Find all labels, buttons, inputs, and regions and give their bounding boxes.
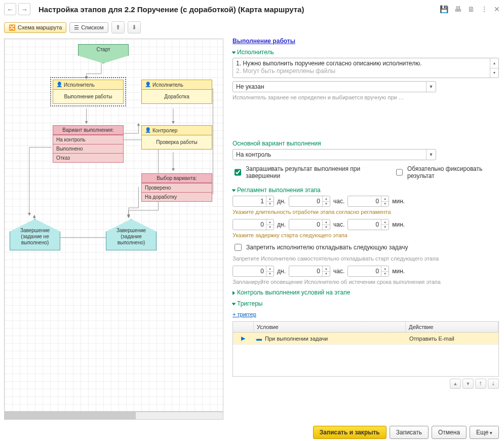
table-row[interactable]: ▶ ▬При выполнении задачи Отправить E-mai… (233, 333, 498, 345)
description-field[interactable]: 1. Нужно выполнить поручение согласно оп… (232, 58, 499, 78)
col-condition: Условие (254, 322, 406, 332)
row-down-button[interactable]: ▼ (462, 379, 474, 389)
row-top-button[interactable]: ⤒ (475, 379, 486, 389)
more-button[interactable]: Еще (470, 426, 499, 439)
report-icon[interactable]: 🗎 (468, 5, 475, 13)
checkbox-ask-result[interactable]: Запрашивать результат выполнения при зав… (232, 165, 379, 179)
node-condition-2[interactable]: Выбор варианта: Проверено На доработку (141, 173, 212, 202)
notify-days[interactable]: 0▲▼ (232, 266, 274, 277)
executor-select[interactable]: Не указан ▼ (232, 81, 436, 92)
header: ← → Настройка этапов для 2.2 Поручение (… (0, 0, 504, 18)
user-icon: 👤 (56, 82, 62, 88)
chevron-down-icon[interactable]: ▼ (426, 82, 436, 92)
add-trigger-link[interactable]: + триггер (232, 311, 256, 317)
delay-min[interactable]: 0▲▼ (347, 219, 389, 230)
save-close-button[interactable]: Записать и закрыть (313, 426, 386, 439)
notify-hours[interactable]: 0▲▼ (289, 266, 330, 277)
user-icon: 👤 (145, 82, 151, 88)
print-icon[interactable]: 🖶 (454, 5, 461, 13)
duration-hours[interactable]: 0▲▼ (289, 196, 330, 207)
diagram-canvas[interactable]: Старт 👤Исполнитель Выполнение работы 👤Ис… (4, 39, 223, 412)
label-main-variant: Основной вариант выполнения (232, 140, 499, 147)
checkbox-deny-postpone[interactable]: Запретить исполнителю откладывать следую… (232, 242, 499, 252)
move-down-button[interactable]: ⬇ (128, 21, 141, 33)
delay-hours[interactable]: 0▲▼ (289, 219, 330, 230)
tab-list[interactable]: ☰Списком (69, 22, 108, 33)
play-icon: ▶ (241, 335, 245, 341)
work-title: Выполнение работы (232, 38, 499, 45)
group-regulation[interactable]: Регламент выполнения этапа (232, 187, 499, 194)
group-triggers[interactable]: Триггеры (232, 300, 499, 307)
horizontal-scrollbar[interactable] (4, 412, 223, 420)
header-icons: 💾 🖶 🗎 ⋮ ✕ (440, 5, 500, 13)
spin-down-icon[interactable]: ▼ (490, 68, 498, 78)
save-button[interactable]: Записать (390, 426, 429, 439)
spin-up-icon[interactable]: ▲ (490, 58, 498, 68)
col-action: Действие (406, 322, 498, 332)
notify-min[interactable]: 0▲▼ (347, 266, 389, 277)
node-controller[interactable]: 👤Контролер Проверка работы (141, 125, 212, 150)
save-icon[interactable]: 💾 (440, 5, 448, 13)
footer: Записать и закрыть Записать Отмена Еще (0, 422, 504, 441)
chevron-down-icon[interactable]: ▼ (426, 150, 436, 160)
page-title: Настройка этапов для 2.2 Поручение (с до… (38, 5, 440, 14)
delay-days[interactable]: 0▲▼ (232, 219, 274, 230)
nav-back-button[interactable]: ← (4, 3, 16, 15)
close-icon[interactable]: ✕ (494, 5, 500, 13)
nav-forward-button[interactable]: → (18, 3, 30, 15)
node-executor-2[interactable]: 👤Исполнитель Доработка (141, 80, 212, 104)
triggers-table: Условие Действие ▶ ▬При выполнении задач… (232, 321, 499, 377)
row-up-button[interactable]: ▲ (450, 379, 461, 389)
cancel-button[interactable]: Отмена (432, 426, 467, 439)
list-icon: ☰ (74, 24, 79, 31)
route-icon: 🔀 (9, 24, 16, 31)
executor-hint: Исполнитель заранее не определен и выбир… (232, 94, 499, 100)
node-executor-1[interactable]: 👤Исполнитель Выполнение работы (53, 80, 124, 104)
group-executor[interactable]: Исполнитель (232, 49, 499, 56)
checkbox-fix-result[interactable]: Обязательно фиксировать результат (394, 165, 499, 179)
toolbar: 🔀Схема маршрута ☰Списком ⬆ ⬇ (0, 18, 504, 36)
more-icon[interactable]: ⋮ (481, 5, 488, 13)
duration-min[interactable]: 0▲▼ (347, 196, 389, 207)
duration-days[interactable]: 1▲▼ (232, 196, 274, 207)
move-up-button[interactable]: ⬆ (111, 21, 125, 33)
node-condition-1[interactable]: Вариант выполнения: На контроль Выполнен… (53, 125, 124, 163)
tab-scheme[interactable]: 🔀Схема маршрута (4, 22, 66, 33)
properties-panel: Выполнение работы Исполнитель 1. Нужно в… (225, 36, 504, 422)
row-bottom-button[interactable]: ⤓ (488, 379, 499, 389)
group-control[interactable]: Контроль выполнения условий на этапе (232, 289, 499, 296)
variant-select[interactable]: На контроль ▼ (232, 149, 436, 160)
user-icon: 👤 (145, 127, 151, 133)
